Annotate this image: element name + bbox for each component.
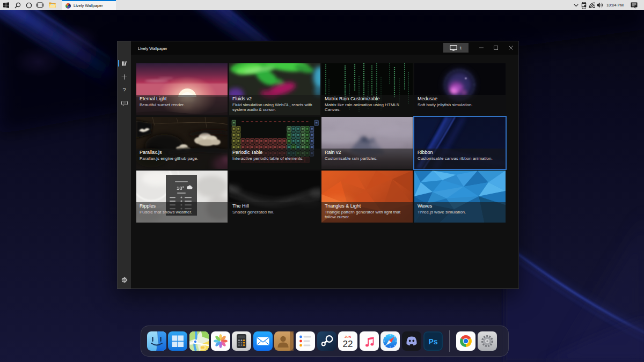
tile-title: Eternal Light (140, 96, 228, 102)
dock-mail[interactable] (252, 326, 274, 357)
dock-finder[interactable] (146, 326, 167, 357)
tile-title: Medusae (418, 96, 506, 102)
wallpaper-tile-matrix-rain[interactable]: Matrix Rain Customizable Matrix like rai… (321, 63, 413, 115)
tile-caption: Ripples Puddle that shows weather. (136, 202, 228, 223)
dock-contacts[interactable] (274, 326, 295, 357)
mail-icon (253, 331, 273, 351)
chrome-icon (456, 331, 475, 351)
tile-description: Beautiful sunset render. (140, 102, 221, 108)
dock-photos[interactable] (210, 326, 231, 357)
dock-safari[interactable] (380, 326, 401, 357)
tile-description: Interactive periodic table of elements. (232, 156, 314, 161)
wifi-icon (589, 2, 595, 9)
tile-caption: Fluids v2 Fluid simulation using WebGL, … (229, 95, 320, 115)
start-button[interactable] (0, 0, 12, 10)
dock-discord[interactable] (401, 326, 422, 357)
tile-title: Periodic Table (232, 150, 320, 156)
wallpaper-tile-fluids-v2[interactable]: Fluids v2 Fluid simulation using WebGL, … (229, 63, 320, 115)
cortana-button[interactable] (23, 0, 34, 10)
tile-description: Customisable canvas ribbon animation. (418, 156, 499, 161)
calendar-day: 22 (343, 339, 353, 349)
dock-separator (443, 326, 455, 357)
tray-lively-button[interactable] (580, 0, 588, 10)
lively-wallpaper-logo-icon (65, 3, 71, 9)
dock-music[interactable] (358, 326, 380, 357)
show-hidden-icons-button[interactable] (572, 0, 580, 10)
dock-steam[interactable] (316, 326, 338, 357)
wallpaper-tile-ribbon[interactable]: Ribbon Customisable canvas ribbon animat… (414, 117, 506, 169)
taskbar: Lively Wallpaper (0, 0, 644, 10)
tile-title: Triangles & Light (325, 203, 413, 210)
wallpaper-tile-parallax-js[interactable]: Parallax.js Parallax.js engine github pa… (136, 117, 228, 169)
maps-icon (189, 331, 209, 351)
dock-separator-line (449, 330, 450, 352)
wallpaper-tile-ripples[interactable]: 18° Ripples Puddle that shows weather. (136, 171, 228, 223)
tile-description: Matrix like rain animation using HTML5 C… (325, 102, 406, 113)
calculator-icon (232, 331, 251, 351)
tile-title: The Hill (232, 203, 320, 210)
calendar-month: JUN (345, 335, 351, 338)
dock-windows[interactable] (167, 326, 189, 357)
tile-description: Puddle that shows weather. (140, 210, 221, 215)
notification-icon (631, 2, 638, 9)
tile-title: Fluids v2 (232, 96, 320, 102)
tile-caption: Ribbon Customisable canvas ribbon animat… (414, 149, 506, 169)
photoshop-label: Ps (428, 337, 437, 346)
task-view-button[interactable] (34, 0, 46, 10)
tile-title: Rain v2 (325, 150, 413, 156)
wallpaper-tile-waves[interactable]: Waves Three.js wave simulation. (414, 171, 506, 223)
ripples-temp-text: 18° (177, 185, 185, 191)
task-view-icon (36, 2, 43, 8)
tile-description: Three.js wave simulation. (418, 210, 499, 215)
taskbar-app-lively-wallpaper[interactable]: Lively Wallpaper (62, 0, 116, 10)
photoshop-icon: Ps (423, 331, 443, 351)
wallpaper-tile-triangles-light[interactable]: Triangles & Light Triangle pattern gener… (321, 171, 413, 223)
tray-network-button[interactable] (588, 0, 596, 10)
tile-caption: Triangles & Light Triangle pattern gener… (321, 202, 413, 223)
dock-reminders[interactable] (295, 326, 316, 357)
tile-description: Fluid simulation using WebGL, reacts wit… (232, 102, 314, 113)
speaker-icon (597, 2, 604, 8)
dock-calculator[interactable] (231, 326, 252, 357)
chevron-down-icon (574, 4, 579, 7)
windows-app-icon (168, 331, 187, 351)
wallpaper-tile-the-hill[interactable]: The Hill Shader generated hill. (229, 171, 320, 223)
calendar-icon: JUN 22 (338, 331, 357, 351)
dock-maps[interactable] (188, 326, 210, 357)
tile-caption: Periodic Table Interactive periodic tabl… (229, 149, 320, 169)
tile-title: Ripples (140, 203, 228, 210)
dock-calendar[interactable]: JUN 22 (337, 326, 358, 357)
action-center-button[interactable] (624, 0, 644, 10)
taskbar-clock[interactable]: 10:04 PM (604, 3, 624, 8)
dock: JUN 22 (141, 326, 509, 357)
screen: Lively Wallpaper (0, 0, 644, 362)
tile-description: Parallax.js engine github page. (140, 156, 221, 161)
tray-volume-button[interactable] (596, 0, 604, 10)
photos-icon (211, 331, 230, 351)
tile-description: Shader generated hill. (232, 210, 314, 215)
wallpaper-grid: Eternal Light Beautiful sunset render. (118, 41, 519, 289)
finder-icon (147, 331, 166, 351)
dock-system-settings[interactable] (477, 326, 498, 357)
dock-photoshop[interactable]: Ps (422, 326, 444, 357)
wallpaper-tile-periodic-table[interactable]: Periodic Table Interactive periodic tabl… (229, 117, 320, 169)
steam-icon (317, 331, 336, 351)
search-button[interactable] (12, 0, 23, 10)
dock-chrome[interactable] (455, 326, 477, 357)
tile-description: Soft body jellyfish simulation. (418, 102, 499, 108)
wallpaper-tile-rain-v2[interactable]: Rain v2 Customisable rain particles. (321, 117, 413, 169)
windows-logo-icon (3, 2, 9, 8)
wallpaper-tile-medusae[interactable]: Medusae Soft body jellyfish simulation. (414, 63, 506, 115)
tile-title: Matrix Rain Customizable (325, 96, 413, 102)
safari-icon (380, 331, 400, 351)
tile-caption: Waves Three.js wave simulation. (414, 202, 506, 223)
cortana-icon (26, 2, 32, 9)
tile-caption: Medusae Soft body jellyfish simulation. (414, 95, 506, 115)
lively-wallpaper-window: ? Lively Wallpaper (117, 41, 519, 289)
reminders-icon (296, 331, 315, 351)
tile-caption: Rain v2 Customisable rain particles. (321, 149, 413, 169)
tile-description: Customisable rain particles. (325, 156, 406, 161)
taskbar-empty-area (116, 0, 572, 10)
wallpaper-tile-eternal-light[interactable]: Eternal Light Beautiful sunset render. (136, 63, 228, 115)
file-explorer-button[interactable] (47, 0, 58, 10)
